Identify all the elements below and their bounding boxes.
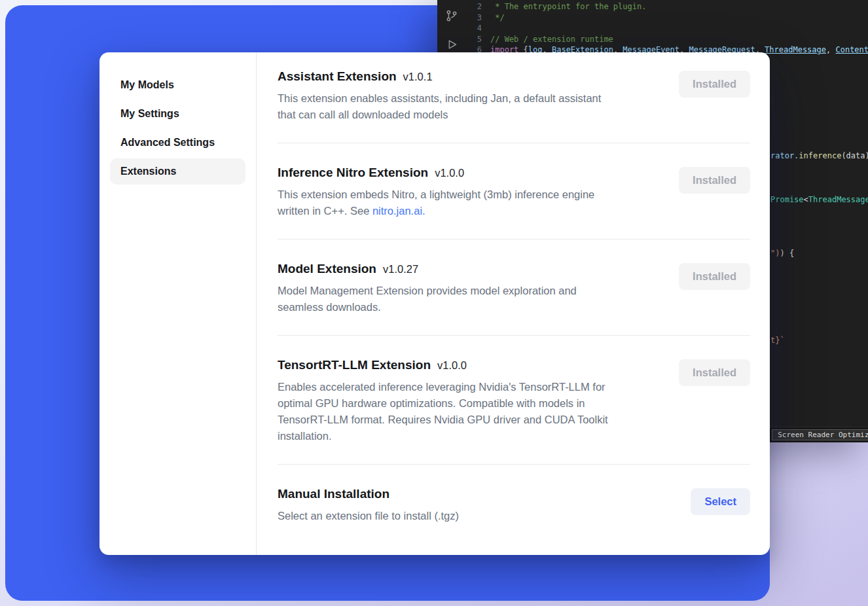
line-number: 5	[466, 34, 482, 45]
extension-version: v1.0.27	[383, 263, 418, 276]
extension-description: Model Management Extension provides mode…	[278, 283, 577, 315]
line-number: 3	[466, 12, 482, 24]
manual-installation-title: Manual Installation	[278, 487, 389, 501]
extension-info: Inference Nitro Extension v1.0.0 This ex…	[278, 166, 594, 219]
settings-modal: My Models My Settings Advanced Settings …	[99, 52, 770, 555]
line-number: 4	[466, 23, 482, 34]
extension-version: v1.0.1	[403, 71, 433, 83]
code-token: * The entrypoint for the plugin.	[490, 1, 646, 12]
installed-button[interactable]: Installed	[679, 359, 750, 386]
extension-info: Manual Installation Select an extension …	[278, 487, 459, 524]
code-token: t}`	[770, 336, 785, 345]
settings-nav: My Models My Settings Advanced Settings …	[99, 52, 257, 555]
screen-reader-badge[interactable]: Screen Reader Optimized	[772, 429, 868, 440]
line-number: 2	[466, 1, 482, 12]
code-token: Promise	[770, 195, 804, 204]
code-token: inference	[799, 151, 841, 160]
code-fragment: rator.inference(data));	[770, 151, 868, 162]
extension-row-model: Model Extension v1.0.27 Model Management…	[278, 262, 750, 315]
extension-row-inference-nitro: Inference Nitro Extension v1.0.0 This ex…	[278, 166, 750, 219]
select-button[interactable]: Select	[691, 488, 750, 515]
extension-title: Inference Nitro Extension	[278, 166, 428, 180]
nitro-jan-ai-link[interactable]: nitro.jan.ai.	[372, 205, 425, 217]
row-divider	[278, 464, 750, 465]
code-token: ThreadMessage	[808, 195, 868, 204]
nav-item-my-models[interactable]: My Models	[110, 72, 245, 98]
extension-version: v1.0.0	[437, 359, 467, 372]
installed-button[interactable]: Installed	[679, 71, 750, 98]
row-divider	[278, 239, 750, 240]
source-control-icon[interactable]	[444, 8, 460, 24]
code-fragment: Promise<ThreadMessage>	[770, 194, 868, 205]
description-text: This extension embeds Nitro, a lightweig…	[278, 188, 594, 217]
extension-info: Assistant Extension v1.0.1 This extensio…	[278, 69, 601, 123]
nav-item-extensions[interactable]: Extensions	[110, 158, 245, 185]
nav-item-my-settings[interactable]: My Settings	[110, 101, 245, 127]
extensions-panel: Assistant Extension v1.0.1 This extensio…	[257, 52, 770, 555]
extension-row-assistant: Assistant Extension v1.0.1 This extensio…	[278, 69, 750, 123]
extension-title: TensortRT-LLM Extension	[278, 358, 431, 372]
manual-installation-row: Manual Installation Select an extension …	[278, 487, 750, 524]
code-token: ")	[770, 249, 780, 258]
desktop-background: 2 * The entrypoint for the plugin.3 */45…	[0, 0, 868, 606]
extension-title: Assistant Extension	[278, 69, 397, 84]
code-token: ) {	[780, 249, 794, 258]
extension-description: This extension embeds Nitro, a lightweig…	[278, 187, 594, 219]
code-token: // Web / extension runtime	[490, 34, 613, 45]
code-fragments: rator.inference(data));Promise<ThreadMes…	[770, 0, 868, 427]
installed-button[interactable]: Installed	[679, 167, 750, 194]
code-token: rator.	[770, 151, 799, 160]
code-token: (data));	[841, 151, 868, 160]
installed-button[interactable]: Installed	[679, 263, 750, 290]
code-token: */	[490, 12, 505, 24]
extension-info: Model Extension v1.0.27 Model Management…	[278, 262, 577, 315]
extension-row-tensorrt-llm: TensortRT-LLM Extension v1.0.0 Enables a…	[278, 358, 750, 444]
run-debug-icon[interactable]	[444, 37, 460, 52]
nav-item-advanced-settings[interactable]: Advanced Settings	[110, 130, 245, 156]
extension-title: Model Extension	[278, 262, 376, 276]
row-divider	[278, 335, 750, 336]
extension-description: This extension enables assistants, inclu…	[278, 90, 601, 123]
code-token: <	[804, 195, 808, 204]
manual-installation-description: Select an extension file to install (.tg…	[278, 508, 459, 524]
extension-info: TensortRT-LLM Extension v1.0.0 Enables a…	[278, 358, 608, 444]
extension-description: Enables accelerated inference leveraging…	[278, 379, 608, 444]
row-divider	[278, 143, 750, 143]
code-fragment: ")) {	[770, 248, 794, 259]
extension-version: v1.0.0	[435, 167, 464, 179]
code-fragment: t}`	[770, 335, 785, 346]
